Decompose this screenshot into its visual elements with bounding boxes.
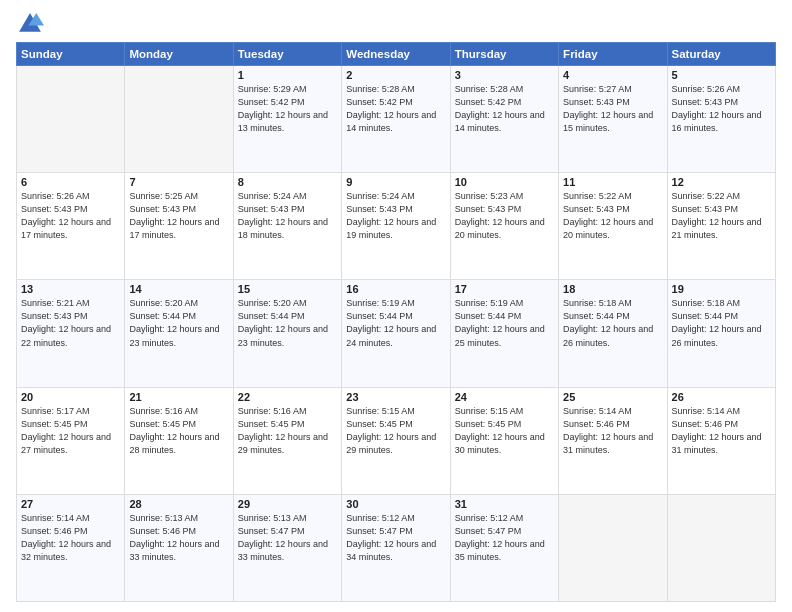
day-info: Sunrise: 5:27 AMSunset: 5:43 PMDaylight:…	[563, 83, 662, 135]
weekday-header-thursday: Thursday	[450, 43, 558, 66]
day-number: 2	[346, 69, 445, 81]
day-info: Sunrise: 5:20 AMSunset: 5:44 PMDaylight:…	[238, 297, 337, 349]
day-number: 15	[238, 283, 337, 295]
day-number: 18	[563, 283, 662, 295]
day-info: Sunrise: 5:16 AMSunset: 5:45 PMDaylight:…	[238, 405, 337, 457]
day-info: Sunrise: 5:22 AMSunset: 5:43 PMDaylight:…	[672, 190, 771, 242]
calendar-cell: 8Sunrise: 5:24 AMSunset: 5:43 PMDaylight…	[233, 173, 341, 280]
week-row-1: 1Sunrise: 5:29 AMSunset: 5:42 PMDaylight…	[17, 66, 776, 173]
calendar-cell: 24Sunrise: 5:15 AMSunset: 5:45 PMDayligh…	[450, 387, 558, 494]
day-number: 14	[129, 283, 228, 295]
weekday-row: SundayMondayTuesdayWednesdayThursdayFrid…	[17, 43, 776, 66]
calendar-cell: 9Sunrise: 5:24 AMSunset: 5:43 PMDaylight…	[342, 173, 450, 280]
calendar-cell: 19Sunrise: 5:18 AMSunset: 5:44 PMDayligh…	[667, 280, 775, 387]
calendar-cell: 13Sunrise: 5:21 AMSunset: 5:43 PMDayligh…	[17, 280, 125, 387]
day-number: 11	[563, 176, 662, 188]
weekday-header-tuesday: Tuesday	[233, 43, 341, 66]
day-number: 13	[21, 283, 120, 295]
week-row-5: 27Sunrise: 5:14 AMSunset: 5:46 PMDayligh…	[17, 494, 776, 601]
weekday-header-wednesday: Wednesday	[342, 43, 450, 66]
day-info: Sunrise: 5:23 AMSunset: 5:43 PMDaylight:…	[455, 190, 554, 242]
calendar-cell: 28Sunrise: 5:13 AMSunset: 5:46 PMDayligh…	[125, 494, 233, 601]
day-number: 4	[563, 69, 662, 81]
day-number: 7	[129, 176, 228, 188]
day-number: 29	[238, 498, 337, 510]
day-number: 30	[346, 498, 445, 510]
calendar-cell: 31Sunrise: 5:12 AMSunset: 5:47 PMDayligh…	[450, 494, 558, 601]
calendar-cell: 2Sunrise: 5:28 AMSunset: 5:42 PMDaylight…	[342, 66, 450, 173]
calendar-cell: 20Sunrise: 5:17 AMSunset: 5:45 PMDayligh…	[17, 387, 125, 494]
day-info: Sunrise: 5:22 AMSunset: 5:43 PMDaylight:…	[563, 190, 662, 242]
day-info: Sunrise: 5:15 AMSunset: 5:45 PMDaylight:…	[455, 405, 554, 457]
day-info: Sunrise: 5:14 AMSunset: 5:46 PMDaylight:…	[21, 512, 120, 564]
day-number: 26	[672, 391, 771, 403]
day-info: Sunrise: 5:18 AMSunset: 5:44 PMDaylight:…	[563, 297, 662, 349]
day-info: Sunrise: 5:13 AMSunset: 5:47 PMDaylight:…	[238, 512, 337, 564]
day-number: 17	[455, 283, 554, 295]
calendar-cell: 4Sunrise: 5:27 AMSunset: 5:43 PMDaylight…	[559, 66, 667, 173]
day-number: 3	[455, 69, 554, 81]
calendar-cell	[125, 66, 233, 173]
day-info: Sunrise: 5:24 AMSunset: 5:43 PMDaylight:…	[346, 190, 445, 242]
calendar-cell: 23Sunrise: 5:15 AMSunset: 5:45 PMDayligh…	[342, 387, 450, 494]
day-info: Sunrise: 5:12 AMSunset: 5:47 PMDaylight:…	[346, 512, 445, 564]
calendar-cell: 11Sunrise: 5:22 AMSunset: 5:43 PMDayligh…	[559, 173, 667, 280]
day-number: 28	[129, 498, 228, 510]
calendar-cell: 17Sunrise: 5:19 AMSunset: 5:44 PMDayligh…	[450, 280, 558, 387]
calendar-cell: 6Sunrise: 5:26 AMSunset: 5:43 PMDaylight…	[17, 173, 125, 280]
day-info: Sunrise: 5:14 AMSunset: 5:46 PMDaylight:…	[672, 405, 771, 457]
day-info: Sunrise: 5:19 AMSunset: 5:44 PMDaylight:…	[455, 297, 554, 349]
calendar-cell: 30Sunrise: 5:12 AMSunset: 5:47 PMDayligh…	[342, 494, 450, 601]
day-number: 25	[563, 391, 662, 403]
day-number: 1	[238, 69, 337, 81]
day-info: Sunrise: 5:13 AMSunset: 5:46 PMDaylight:…	[129, 512, 228, 564]
calendar-cell	[559, 494, 667, 601]
weekday-header-sunday: Sunday	[17, 43, 125, 66]
day-info: Sunrise: 5:17 AMSunset: 5:45 PMDaylight:…	[21, 405, 120, 457]
calendar-cell	[17, 66, 125, 173]
day-info: Sunrise: 5:12 AMSunset: 5:47 PMDaylight:…	[455, 512, 554, 564]
logo-icon	[16, 10, 44, 38]
day-info: Sunrise: 5:26 AMSunset: 5:43 PMDaylight:…	[21, 190, 120, 242]
day-number: 9	[346, 176, 445, 188]
day-info: Sunrise: 5:25 AMSunset: 5:43 PMDaylight:…	[129, 190, 228, 242]
day-number: 23	[346, 391, 445, 403]
day-number: 21	[129, 391, 228, 403]
day-info: Sunrise: 5:14 AMSunset: 5:46 PMDaylight:…	[563, 405, 662, 457]
week-row-3: 13Sunrise: 5:21 AMSunset: 5:43 PMDayligh…	[17, 280, 776, 387]
day-info: Sunrise: 5:26 AMSunset: 5:43 PMDaylight:…	[672, 83, 771, 135]
logo	[16, 10, 48, 38]
day-number: 12	[672, 176, 771, 188]
day-info: Sunrise: 5:28 AMSunset: 5:42 PMDaylight:…	[346, 83, 445, 135]
calendar-cell: 3Sunrise: 5:28 AMSunset: 5:42 PMDaylight…	[450, 66, 558, 173]
calendar-cell	[667, 494, 775, 601]
calendar-body: 1Sunrise: 5:29 AMSunset: 5:42 PMDaylight…	[17, 66, 776, 602]
week-row-2: 6Sunrise: 5:26 AMSunset: 5:43 PMDaylight…	[17, 173, 776, 280]
calendar-cell: 12Sunrise: 5:22 AMSunset: 5:43 PMDayligh…	[667, 173, 775, 280]
calendar-cell: 16Sunrise: 5:19 AMSunset: 5:44 PMDayligh…	[342, 280, 450, 387]
day-info: Sunrise: 5:24 AMSunset: 5:43 PMDaylight:…	[238, 190, 337, 242]
calendar-cell: 1Sunrise: 5:29 AMSunset: 5:42 PMDaylight…	[233, 66, 341, 173]
day-number: 20	[21, 391, 120, 403]
calendar-cell: 26Sunrise: 5:14 AMSunset: 5:46 PMDayligh…	[667, 387, 775, 494]
calendar-cell: 29Sunrise: 5:13 AMSunset: 5:47 PMDayligh…	[233, 494, 341, 601]
day-info: Sunrise: 5:28 AMSunset: 5:42 PMDaylight:…	[455, 83, 554, 135]
calendar-cell: 10Sunrise: 5:23 AMSunset: 5:43 PMDayligh…	[450, 173, 558, 280]
calendar-cell: 14Sunrise: 5:20 AMSunset: 5:44 PMDayligh…	[125, 280, 233, 387]
day-info: Sunrise: 5:29 AMSunset: 5:42 PMDaylight:…	[238, 83, 337, 135]
calendar-header: SundayMondayTuesdayWednesdayThursdayFrid…	[17, 43, 776, 66]
day-number: 16	[346, 283, 445, 295]
day-info: Sunrise: 5:19 AMSunset: 5:44 PMDaylight:…	[346, 297, 445, 349]
day-number: 8	[238, 176, 337, 188]
day-number: 19	[672, 283, 771, 295]
day-number: 10	[455, 176, 554, 188]
day-number: 22	[238, 391, 337, 403]
day-number: 24	[455, 391, 554, 403]
day-number: 31	[455, 498, 554, 510]
weekday-header-saturday: Saturday	[667, 43, 775, 66]
calendar-cell: 22Sunrise: 5:16 AMSunset: 5:45 PMDayligh…	[233, 387, 341, 494]
calendar-cell: 18Sunrise: 5:18 AMSunset: 5:44 PMDayligh…	[559, 280, 667, 387]
day-info: Sunrise: 5:16 AMSunset: 5:45 PMDaylight:…	[129, 405, 228, 457]
day-number: 6	[21, 176, 120, 188]
calendar-table: SundayMondayTuesdayWednesdayThursdayFrid…	[16, 42, 776, 602]
